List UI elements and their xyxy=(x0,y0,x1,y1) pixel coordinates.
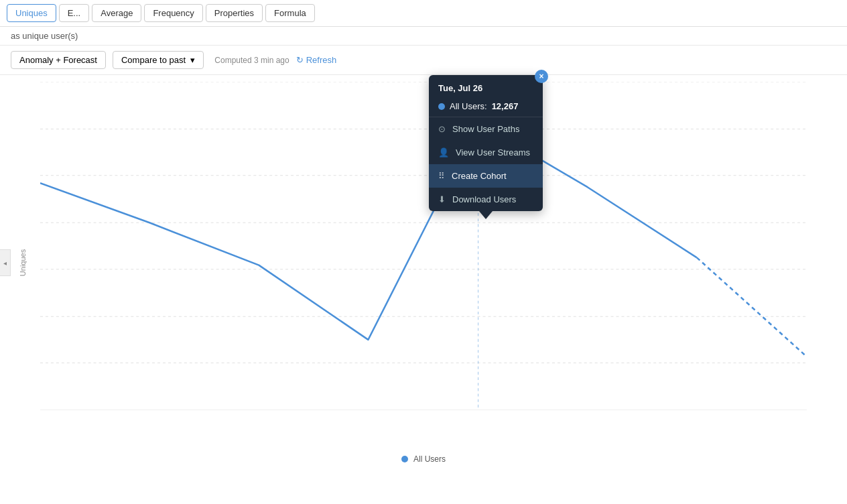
tab-properties[interactable]: Properties xyxy=(206,4,263,22)
tooltip-menu-download-users[interactable]: ⬇ Download Users xyxy=(429,188,543,211)
tab-frequency[interactable]: Frequency xyxy=(144,4,202,22)
collapse-arrow[interactable]: ◂ xyxy=(0,249,11,276)
tooltip-metric-row: All Users: 12,267 xyxy=(429,99,543,117)
chart-svg: 0 2k 4k 6k 8k 10k 12k 14k Jul 22 Jul 23 … xyxy=(40,82,807,410)
tooltip-date: Tue, Jul 26 xyxy=(429,83,543,99)
computed-time-text: Computed 3 min ago xyxy=(214,56,289,65)
tooltip-menu-create-cohort[interactable]: ⠿ Create Cohort xyxy=(429,164,543,188)
subtitle-text: as unique user(s) xyxy=(11,31,78,41)
tooltip-dot xyxy=(438,103,445,110)
chart-tabs: Uniques E... Average Frequency Propertie… xyxy=(0,0,847,27)
tooltip-menu-show-user-paths[interactable]: ⊙ Show User Paths xyxy=(429,117,543,141)
tooltip-arrow xyxy=(479,211,493,219)
tooltip-metric-value: 12,267 xyxy=(492,101,519,111)
tab-e[interactable]: E... xyxy=(59,4,90,22)
svg-line-16 xyxy=(697,257,806,356)
subtitle-bar: as unique user(s) xyxy=(0,27,847,46)
menu-label-create-cohort: Create Cohort xyxy=(452,171,507,181)
tooltip-menu-view-user-streams[interactable]: 👤 View User Streams xyxy=(429,141,543,164)
tab-average[interactable]: Average xyxy=(92,4,141,22)
refresh-icon: ↻ xyxy=(296,55,304,65)
tab-uniques[interactable]: Uniques xyxy=(7,4,56,22)
streams-icon: 👤 xyxy=(438,147,449,158)
toolbar: Anomaly + Forecast Compare to past ▾ Com… xyxy=(0,46,847,75)
legend-dot-all-users xyxy=(401,456,408,462)
refresh-label: Refresh xyxy=(306,55,337,65)
refresh-button[interactable]: ↻ Refresh xyxy=(296,55,337,65)
tab-formula[interactable]: Formula xyxy=(265,4,315,22)
menu-label-show-user-paths: Show User Paths xyxy=(452,124,519,134)
y-axis-label: Uniques xyxy=(19,249,27,276)
chart-legend: All Users xyxy=(0,450,847,468)
tooltip-close-button[interactable]: × xyxy=(535,70,548,83)
eye-icon: ⊙ xyxy=(438,124,446,134)
tooltip-popup: × Tue, Jul 26 All Users: 12,267 ⊙ Show U… xyxy=(429,75,543,211)
chart-container: ◂ Uniques 0 2k 4k 6k 8k 10k 12k 14k xyxy=(0,75,847,450)
menu-label-download-users: Download Users xyxy=(452,194,516,204)
tooltip-metric-label: All Users: xyxy=(450,101,487,111)
legend-label-all-users: All Users xyxy=(413,454,446,464)
menu-label-view-user-streams: View User Streams xyxy=(456,147,530,158)
cohort-icon: ⠿ xyxy=(438,171,445,181)
download-icon: ⬇ xyxy=(438,194,446,204)
compare-to-past-button[interactable]: Compare to past ▾ xyxy=(113,51,204,69)
chart-area: 0 2k 4k 6k 8k 10k 12k 14k Jul 22 Jul 23 … xyxy=(40,82,807,410)
anomaly-forecast-button[interactable]: Anomaly + Forecast xyxy=(11,51,106,69)
